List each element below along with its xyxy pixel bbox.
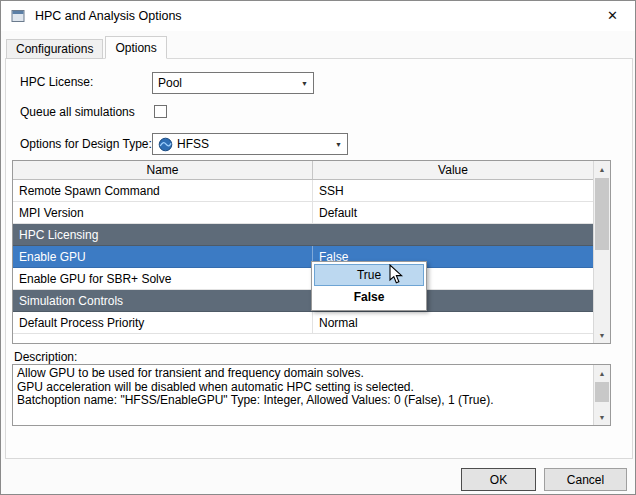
hfss-icon (158, 137, 173, 152)
table-header: Name Value (13, 161, 593, 180)
option-value[interactable]: Normal (313, 312, 593, 333)
value-dropdown-popup: True False (311, 261, 427, 311)
column-header-value: Value (313, 161, 593, 179)
tab-options[interactable]: Options (105, 36, 166, 59)
window-title: HPC and Analysis Options (35, 9, 182, 23)
close-icon[interactable]: ✕ (590, 1, 635, 30)
section-title: Simulation Controls (13, 290, 313, 311)
table-section-row: HPC Licensing (13, 224, 593, 246)
option-name: Enable GPU for SBR+ Solve (13, 268, 313, 289)
description-line: Batchoption name: "HFSS/EnableGPU" Type:… (17, 394, 589, 408)
table-section-row: Simulation Controls (13, 290, 593, 312)
option-value[interactable]: Default (313, 202, 593, 223)
scroll-down-icon[interactable]: ▼ (594, 327, 610, 343)
section-value (313, 224, 593, 245)
chevron-down-icon[interactable]: ▼ (296, 80, 313, 87)
option-name: Remote Spawn Command (13, 180, 313, 201)
design-type-value: HFSS (177, 137, 209, 151)
section-title: HPC Licensing (13, 224, 313, 245)
option-name: MPI Version (13, 202, 313, 223)
hpc-license-value: Pool (153, 76, 296, 90)
dropdown-option-false[interactable]: False (314, 286, 424, 308)
scroll-up-icon[interactable]: ▲ (594, 365, 610, 381)
dropdown-option-true[interactable]: True (314, 264, 424, 286)
scrollbar-thumb[interactable] (595, 382, 609, 402)
column-header-name: Name (13, 161, 313, 179)
queue-all-simulations-label: Queue all simulations (20, 105, 135, 119)
app-icon (10, 8, 26, 24)
description-scrollbar[interactable]: ▲ ▼ (593, 365, 610, 425)
table-row[interactable]: MPI Version Default (13, 202, 593, 224)
scroll-down-icon[interactable]: ▼ (594, 409, 610, 425)
tab-strip: Configurations Options (6, 36, 169, 59)
option-value[interactable]: SSH (313, 180, 593, 201)
description-line: GPU acceleration will be disabled when a… (17, 381, 589, 395)
title-bar: HPC and Analysis Options ✕ (1, 1, 635, 31)
table-row[interactable]: Default Process Priority Normal (13, 312, 593, 334)
description-line: Allow GPU to be used for transient and f… (17, 367, 589, 381)
options-tab-panel: HPC License: Pool ▼ Queue all simulation… (5, 58, 633, 459)
chevron-down-icon[interactable]: ▼ (330, 141, 347, 148)
options-table: Name Value Remote Spawn Command SSH MPI … (12, 160, 611, 344)
queue-all-simulations-checkbox[interactable] (154, 105, 167, 118)
scroll-up-icon[interactable]: ▲ (594, 161, 610, 177)
design-type-label: Options for Design Type: (20, 137, 152, 151)
table-row[interactable]: Remote Spawn Command SSH (13, 180, 593, 202)
option-name: Enable GPU (13, 246, 313, 267)
table-row-selected[interactable]: Enable GPU False (13, 246, 593, 268)
hpc-license-label: HPC License: (20, 75, 93, 89)
tab-configurations[interactable]: Configurations (6, 39, 103, 59)
description-label: Description: (14, 350, 77, 364)
hpc-license-select[interactable]: Pool ▼ (152, 72, 314, 94)
ok-button[interactable]: OK (461, 468, 536, 491)
hpc-analysis-options-dialog: HPC and Analysis Options ✕ Configuration… (0, 0, 636, 495)
table-row[interactable]: Enable GPU for SBR+ Solve (13, 268, 593, 290)
scrollbar-thumb[interactable] (595, 178, 609, 250)
description-box: Allow GPU to be used for transient and f… (12, 364, 611, 426)
cancel-button[interactable]: Cancel (544, 468, 627, 491)
table-scrollbar[interactable]: ▲ ▼ (593, 161, 610, 343)
option-name: Default Process Priority (13, 312, 313, 333)
design-type-select[interactable]: HFSS ▼ (152, 133, 348, 155)
